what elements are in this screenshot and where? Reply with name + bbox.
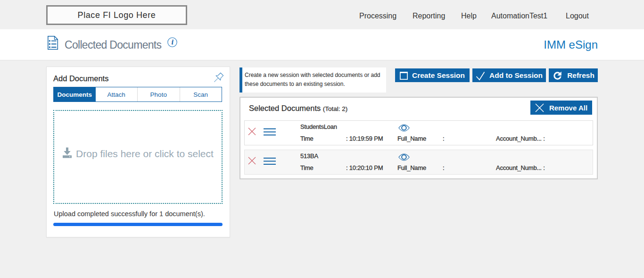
svg-text:i: i [172, 38, 173, 46]
